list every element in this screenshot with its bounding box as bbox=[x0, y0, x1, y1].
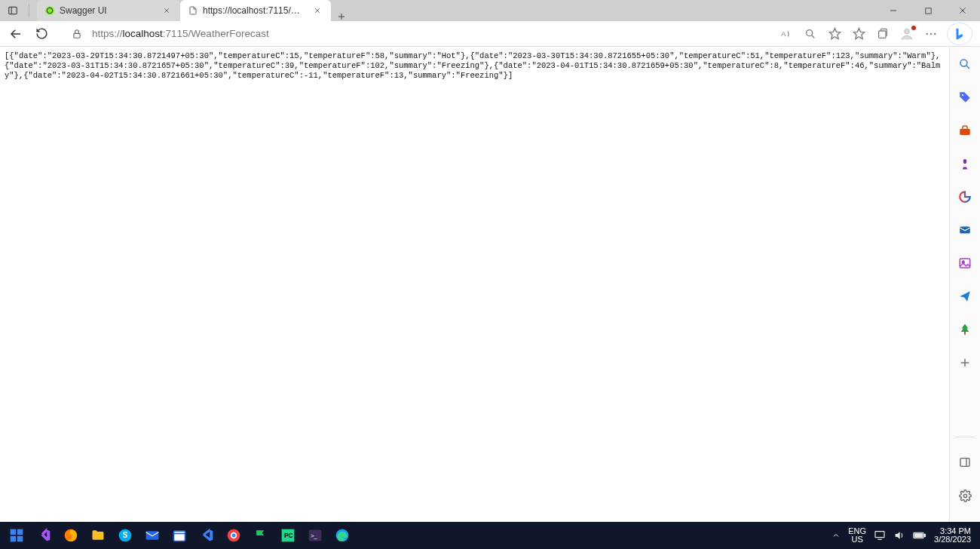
svg-point-23 bbox=[926, 32, 928, 34]
tree-icon bbox=[958, 323, 972, 336]
volume-icon bbox=[893, 529, 905, 541]
window-controls bbox=[876, 0, 980, 21]
tab-close-button[interactable] bbox=[161, 5, 173, 17]
svg-rect-0 bbox=[9, 7, 17, 14]
tab-actions-button[interactable] bbox=[3, 2, 23, 20]
start-button[interactable] bbox=[5, 523, 29, 547]
folder-icon bbox=[90, 528, 106, 543]
new-tab-button[interactable] bbox=[331, 12, 352, 21]
svg-rect-31 bbox=[960, 259, 970, 268]
sidebar-drop-button[interactable] bbox=[954, 285, 976, 308]
plus-icon bbox=[337, 12, 346, 21]
taskbar-terminal[interactable]: >_ bbox=[303, 523, 327, 547]
sidebar-office-button[interactable] bbox=[954, 186, 976, 208]
close-icon bbox=[163, 7, 170, 14]
sidebar-hide-button[interactable] bbox=[954, 451, 976, 474]
profile-button[interactable] bbox=[896, 23, 918, 44]
taskbar-mail[interactable] bbox=[140, 523, 164, 547]
taskbar-pycharm[interactable]: PC bbox=[276, 523, 300, 547]
svg-point-25 bbox=[934, 32, 936, 34]
sidebar-tools-button[interactable] bbox=[954, 119, 976, 142]
window-close-button[interactable] bbox=[945, 0, 980, 21]
sidebar-divider bbox=[955, 437, 975, 437]
svg-line-27 bbox=[966, 66, 969, 69]
read-aloud-button[interactable]: A bbox=[775, 23, 798, 44]
bing-chat-button[interactable] bbox=[947, 23, 972, 45]
taskbar-vscode[interactable] bbox=[194, 523, 219, 547]
tab-title: Swagger UI bbox=[60, 5, 156, 16]
more-button[interactable] bbox=[920, 23, 942, 44]
favorites-button[interactable] bbox=[847, 23, 870, 44]
svg-rect-57 bbox=[875, 532, 884, 538]
taskbar-explorer[interactable] bbox=[86, 523, 110, 547]
lock-icon bbox=[72, 29, 82, 39]
tray-chevron[interactable] bbox=[831, 531, 841, 540]
chess-icon bbox=[958, 157, 972, 170]
page-viewport[interactable]: [{"date":"2023-03-29T15:34:30.8721497+05… bbox=[0, 47, 950, 522]
svg-marker-19 bbox=[829, 28, 840, 38]
minimize-icon bbox=[889, 6, 898, 15]
visualstudio-icon bbox=[36, 528, 51, 543]
windows-taskbar: S PC >_ ENG US 3:34 PM 3/28/2023 bbox=[0, 522, 980, 549]
svg-rect-47 bbox=[174, 531, 185, 541]
refresh-button[interactable] bbox=[30, 23, 53, 44]
svg-point-24 bbox=[930, 32, 932, 34]
tray-language[interactable]: ENG US bbox=[848, 527, 866, 544]
svg-rect-61 bbox=[914, 534, 923, 538]
tray-clock[interactable]: 3:34 PM 3/28/2023 bbox=[934, 527, 971, 544]
svg-line-18 bbox=[812, 35, 814, 38]
vscode-icon bbox=[199, 528, 214, 543]
sidebar-tree-button[interactable] bbox=[954, 318, 976, 341]
chevron-up-icon bbox=[831, 531, 841, 540]
tabs: Swagger UI https://localhost:7115/Weathe… bbox=[37, 0, 352, 21]
sidebar-games-button[interactable] bbox=[954, 152, 976, 175]
sidebar-outlook-button[interactable] bbox=[954, 219, 976, 241]
taskbar-calendar[interactable] bbox=[167, 523, 191, 547]
gear-icon bbox=[959, 489, 972, 502]
tray-network[interactable] bbox=[874, 529, 886, 541]
plus-icon bbox=[959, 357, 971, 369]
site-info-button[interactable] bbox=[66, 23, 87, 44]
tab-actions-left bbox=[0, 0, 37, 21]
tab-weatherforecast[interactable]: https://localhost:7115/WeatherFo bbox=[180, 0, 331, 21]
address-bar[interactable]: https://localhost:7115/WeatherForecast bbox=[90, 23, 772, 44]
tab-swagger-ui[interactable]: Swagger UI bbox=[37, 0, 180, 21]
sidebar-shopping-button[interactable] bbox=[954, 86, 976, 109]
addr-host: localhost bbox=[123, 28, 163, 39]
edge-icon bbox=[335, 528, 350, 543]
taskbar-edge[interactable] bbox=[330, 523, 354, 547]
sidebar-add-button[interactable] bbox=[954, 351, 976, 374]
close-icon bbox=[958, 6, 967, 15]
sidebar-search-button[interactable] bbox=[954, 53, 976, 75]
sidebar-image-button[interactable] bbox=[954, 252, 976, 274]
svg-rect-41 bbox=[11, 536, 17, 542]
magnifier-icon bbox=[804, 28, 816, 40]
zoom-button[interactable] bbox=[799, 23, 822, 44]
addr-scheme: https:// bbox=[92, 28, 123, 39]
taskbar-chrome[interactable] bbox=[222, 523, 246, 547]
svg-rect-40 bbox=[17, 529, 23, 535]
taskbar-app-green[interactable] bbox=[249, 523, 273, 547]
terminal-icon: >_ bbox=[308, 528, 323, 543]
collections-button[interactable] bbox=[871, 23, 894, 44]
taskbar-firefox[interactable] bbox=[59, 523, 83, 547]
tab-actions-icon bbox=[8, 5, 18, 16]
arrow-left-icon bbox=[9, 27, 23, 41]
tray-battery[interactable] bbox=[913, 531, 926, 540]
toolbox-icon bbox=[958, 124, 972, 137]
browser-titlebar: Swagger UI https://localhost:7115/Weathe… bbox=[0, 0, 980, 21]
lang-bottom: US bbox=[848, 535, 866, 544]
office-icon bbox=[958, 190, 972, 204]
tag-icon bbox=[958, 90, 972, 104]
taskbar-visualstudio[interactable] bbox=[32, 523, 56, 547]
minimize-button[interactable] bbox=[876, 0, 911, 21]
tray-volume[interactable] bbox=[893, 529, 905, 541]
back-button[interactable] bbox=[5, 23, 27, 44]
svg-text:S: S bbox=[123, 531, 128, 539]
sidebar-settings-button[interactable] bbox=[954, 484, 976, 507]
maximize-button[interactable] bbox=[911, 0, 945, 21]
taskbar-skype[interactable]: S bbox=[113, 523, 137, 547]
favorites-star-button[interactable] bbox=[823, 23, 846, 44]
tab-close-button[interactable] bbox=[311, 5, 323, 17]
svg-rect-30 bbox=[960, 227, 970, 234]
